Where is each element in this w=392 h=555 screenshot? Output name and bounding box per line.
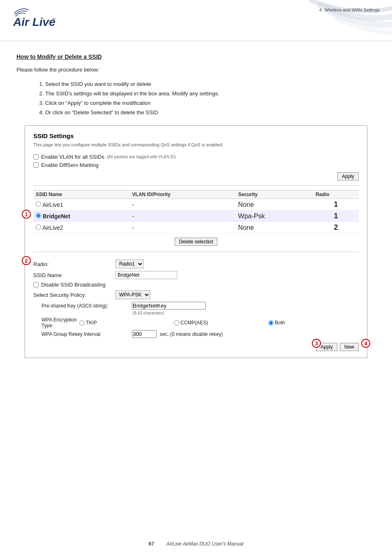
security-policy-select[interactable]: WPA-PSK xyxy=(115,290,150,299)
ssid-settings-description: This page lets you configure multiple SS… xyxy=(33,142,359,148)
intro-text: Please follow the procedure below: xyxy=(16,67,376,73)
svg-text:®: ® xyxy=(53,17,55,21)
ssid-table: SSID Name VLAN ID/Priority Security Radi… xyxy=(33,190,359,234)
disable-ssid-label: Disable SSID Broadcasting xyxy=(41,282,106,288)
radio-label: Radio: xyxy=(33,261,115,267)
ssid-settings-title: SSID Settings xyxy=(33,132,359,139)
table-separator xyxy=(33,185,359,186)
wpa-ccmp-radio[interactable] xyxy=(174,320,179,326)
radio-num-cell: 1 xyxy=(313,210,359,222)
pre-shared-key-label: Pre-shared Key (ASCII string): xyxy=(42,303,132,309)
security-cell: Wpa-Psk xyxy=(236,210,313,222)
pre-shared-key-row: Pre-shared Key (ASCII string): xyxy=(42,302,359,310)
enable-diffserv-checkbox[interactable] xyxy=(33,162,39,168)
security-policy-label: Select Security Policy: xyxy=(33,292,115,298)
top-apply-button[interactable]: Apply xyxy=(337,172,359,180)
ssid-name-cell: AirLive1 xyxy=(33,199,130,210)
radio-num-cell: 1 xyxy=(313,199,359,210)
ssid-form-section: 2 Radio: Radio1 SSID Name: Disable SSID … xyxy=(33,256,359,351)
pre-shared-key-hint: (8-63 characters) xyxy=(133,311,359,315)
step-2: The SSID’s settings will be displayed in… xyxy=(45,90,376,97)
annotation-circle-2: 2 xyxy=(22,256,31,265)
ssid-radio-bridgenet[interactable] xyxy=(36,213,41,218)
col-radio: Radio xyxy=(313,190,359,199)
step-3: Click on “Apply” to complete the modific… xyxy=(45,100,376,106)
col-vlan: VLAN ID/Priority xyxy=(130,190,236,199)
enable-diffserv-row: Enable DiffServ Marking xyxy=(33,162,359,168)
header-chapter-label: 4. Wireless and WAN Settings xyxy=(319,7,380,12)
form-separator xyxy=(33,252,359,252)
wpa-tkip-label: TKIP xyxy=(86,320,97,326)
ssid-name-cell: AirLive2 xyxy=(33,222,130,234)
top-apply-area: Apply xyxy=(33,172,359,180)
page-number: 67 xyxy=(149,541,154,547)
disable-ssid-form-row: Disable SSID Broadcasting xyxy=(33,282,359,288)
disable-ssid-checkbox[interactable] xyxy=(33,282,39,287)
enable-diffserv-label: Enable DiffServ Marking xyxy=(41,162,99,168)
vlan-cell: - xyxy=(130,210,236,222)
wpa-both-radio[interactable] xyxy=(268,320,274,326)
wpa-ccmp-label: CCMP(AES) xyxy=(180,320,208,326)
ssid-name-input[interactable] xyxy=(115,271,177,279)
ssid-table-wrapper: 1 SSID Name VLAN ID/Priority Security Ra… xyxy=(33,190,359,234)
ssid-box-wrapper: SSID Settings This page lets you configu… xyxy=(16,125,376,358)
ssid-radio-airlive2[interactable] xyxy=(36,224,41,230)
vlan-cell: - xyxy=(130,199,236,210)
pre-shared-section: Pre-shared Key (ASCII string): (8-63 cha… xyxy=(42,302,359,338)
ssid-name-cell: BridgeNet xyxy=(33,210,130,222)
radio-form-row: Radio: Radio1 xyxy=(33,259,359,268)
security-cell: None xyxy=(236,222,313,234)
main-content: How to Modify or Delete a SSID Please fo… xyxy=(0,41,392,375)
wpa-group-label: WPA Group Rekey Interval: xyxy=(42,331,132,337)
annotation-circle-1: 1 xyxy=(22,210,31,219)
steps-list: Select the SSID you want to modify or de… xyxy=(45,81,376,116)
wpa-group-input[interactable] xyxy=(132,330,157,338)
enable-vlan-row: Enable VLAN for all SSIDs (All packets a… xyxy=(33,154,359,160)
security-policy-form-row: Select Security Policy: WPA-PSK xyxy=(33,290,359,299)
wpa-both-option[interactable]: Both xyxy=(268,320,359,326)
enable-vlan-label: Enable VLAN for all SSIDs xyxy=(41,154,104,160)
ssid-name-label: AirLive1 xyxy=(42,201,63,208)
step-1: Select the SSID you want to modify or de… xyxy=(45,81,376,87)
table-row[interactable]: AirLive2 - None 2 xyxy=(33,222,359,234)
delete-selected-area: Delete selected xyxy=(33,238,359,246)
wpa-group-hint: sec. (0 means disable rekey) xyxy=(160,331,223,337)
enable-vlan-checkbox[interactable] xyxy=(33,154,39,160)
radio-num-cell: 2 xyxy=(313,222,359,234)
wpa-both-label: Both xyxy=(275,320,285,326)
table-row[interactable]: BridgeNet - Wpa-Psk 1 xyxy=(33,210,359,222)
page-header: Air Live ® 4. Wireless and WAN Settings xyxy=(0,0,392,41)
wpa-tkip-option[interactable]: TKIP xyxy=(79,320,170,326)
ssid-name-label: BridgeNet xyxy=(43,213,70,220)
col-security: Security xyxy=(236,190,313,199)
wpa-options: TKIP CCMP(AES) Both xyxy=(79,320,359,326)
bottom-buttons-area: 3 4 Apply New xyxy=(33,343,359,351)
security-cell: None xyxy=(236,199,313,210)
ssid-name-form-row: SSID Name: xyxy=(33,271,359,279)
wpa-ccmp-option[interactable]: CCMP(AES) xyxy=(174,320,264,326)
enable-vlan-note: (All packets are tagged with VLAN ID) xyxy=(107,155,176,159)
wpa-tkip-radio[interactable] xyxy=(79,320,85,326)
step-4: Or click on “Delete Selected” to delete … xyxy=(45,109,376,116)
ssid-name-form-label: SSID Name: xyxy=(33,272,115,278)
table-row[interactable]: AirLive1 - None 1 xyxy=(33,199,359,210)
ssid-settings-box: SSID Settings This page lets you configu… xyxy=(25,125,367,358)
vlan-cell: - xyxy=(130,222,236,234)
section-title: How to Modify or Delete a SSID xyxy=(16,53,376,60)
radio-select[interactable]: Radio1 xyxy=(115,259,144,268)
ssid-radio-airlive1[interactable] xyxy=(36,201,41,207)
pre-shared-key-input[interactable] xyxy=(132,302,206,310)
wpa-group-rekey-row: WPA Group Rekey Interval: sec. (0 means … xyxy=(42,330,359,338)
annotation-circle-4: 4 xyxy=(361,339,370,348)
col-ssid-name: SSID Name xyxy=(33,190,130,199)
svg-text:Air Live: Air Live xyxy=(13,16,55,28)
wpa-encryption-row: WPA Encryption Type: TKIP CCMP(AES) xyxy=(42,317,359,328)
delete-selected-button[interactable]: Delete selected xyxy=(175,238,218,246)
manual-title: AirLive AirMax DUO User’s Manual xyxy=(166,541,243,547)
header-decoration xyxy=(228,0,392,41)
new-button[interactable]: New xyxy=(340,343,359,351)
airlive-logo: Air Live ® xyxy=(12,7,58,30)
page-footer: 67 AirLive AirMax DUO User’s Manual xyxy=(0,541,392,547)
ssid-name-label: AirLive2 xyxy=(42,224,63,231)
wpa-encryption-label: WPA Encryption Type: xyxy=(42,317,79,328)
